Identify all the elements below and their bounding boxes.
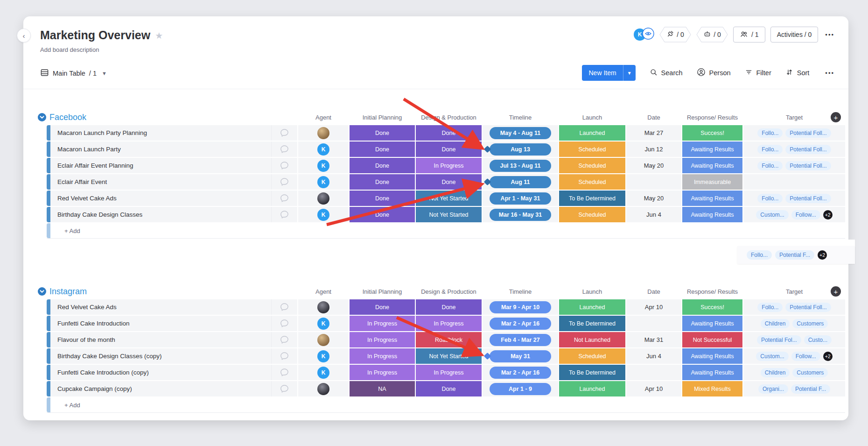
group-collapse-caret-icon[interactable]	[38, 113, 46, 121]
launch-status[interactable]: Scheduled	[559, 158, 625, 173]
automations-badge[interactable]: / 0	[696, 27, 728, 42]
response-results-status[interactable]: Awaiting Results	[682, 207, 742, 222]
new-item-chevron-icon[interactable]: ▼	[623, 65, 636, 81]
target-cell[interactable]: Follo...Potential Foll...	[743, 158, 845, 173]
agent-avatar[interactable]	[317, 127, 329, 139]
timeline-cell[interactable]: Aug 11	[483, 174, 558, 190]
item-name[interactable]: Flavour of the month	[57, 336, 271, 343]
target-cell[interactable]: Potential Fol...Custo...	[743, 332, 845, 347]
date-cell[interactable]: Apr 10	[626, 299, 681, 315]
agent-cell[interactable]: K	[298, 158, 349, 173]
agent-avatar[interactable]: K	[317, 350, 329, 362]
item-name[interactable]: Birthday Cake Design Classes	[57, 211, 271, 218]
date-cell[interactable]: Mar 27	[626, 125, 681, 141]
timeline-cell[interactable]: May 4 - Aug 11	[483, 125, 558, 141]
group-title[interactable]: Instagram	[49, 287, 87, 297]
column-header[interactable]: Initial Planning	[350, 110, 415, 125]
column-header[interactable]: Timeline	[483, 284, 558, 299]
item-name-cell[interactable]: Funfetti Cake Introduction	[47, 316, 297, 331]
item-name-cell[interactable]: Funfetti Cake Introduction (copy)	[47, 365, 297, 380]
launch-status[interactable]: Launched	[559, 381, 625, 396]
timeline-cell[interactable]: Mar 2 - Apr 16	[483, 365, 558, 380]
timeline-cell[interactable]: Apr 1 - 9	[483, 381, 558, 396]
chat-bubble-icon[interactable]	[271, 207, 297, 222]
agent-avatar[interactable]	[317, 301, 329, 313]
initial-planning-status[interactable]: In Progress	[350, 316, 415, 331]
design-production-status[interactable]: Done	[416, 299, 482, 315]
design-production-status[interactable]: Done	[416, 174, 482, 190]
chat-bubble-icon[interactable]	[271, 158, 297, 173]
design-production-status[interactable]: Roadblock	[416, 332, 482, 347]
response-results-status[interactable]: Immeasurable	[682, 174, 742, 190]
column-header[interactable]: Agent	[298, 110, 349, 125]
design-production-status[interactable]: Done	[416, 381, 482, 396]
item-name-cell[interactable]: Eclair Affair Event	[47, 174, 297, 190]
agent-avatar[interactable]	[317, 383, 329, 395]
launch-status[interactable]: Not Launched	[559, 332, 625, 347]
target-cell[interactable]: ChildrenCustomers	[743, 365, 845, 380]
column-header[interactable]: Launch	[559, 110, 625, 125]
response-results-status[interactable]: Mixed Results	[682, 381, 742, 396]
group-title[interactable]: Facebook	[49, 113, 86, 122]
board-description[interactable]: Add board description	[40, 46, 834, 53]
launch-status[interactable]: Scheduled	[559, 174, 625, 190]
item-name-cell[interactable]: Flavour of the month	[47, 332, 297, 347]
chat-bubble-icon[interactable]	[271, 381, 297, 396]
design-production-status[interactable]: Not Yet Started	[416, 348, 482, 364]
group-collapse-caret-icon[interactable]	[38, 287, 46, 296]
item-name[interactable]: Red Velvet Cake Ads	[57, 304, 271, 311]
column-header[interactable]: Response/ Results	[682, 284, 742, 299]
timeline-cell[interactable]: Mar 16 - May 31	[483, 207, 558, 222]
initial-planning-status[interactable]: Done	[350, 125, 415, 141]
column-header[interactable]: Design & Production	[416, 110, 482, 125]
item-name[interactable]: Funfetti Cake Introduction	[57, 320, 271, 327]
date-cell[interactable]: Mar 31	[626, 332, 681, 347]
timeline-cell[interactable]: Mar 2 - Apr 16	[483, 316, 558, 331]
agent-cell[interactable]	[298, 299, 349, 315]
item-name[interactable]: Macaron Launch Party Planning	[57, 129, 271, 136]
board-title[interactable]: Marketing Overview	[40, 28, 150, 42]
date-cell[interactable]: Jun 4	[626, 207, 681, 222]
launch-status[interactable]: Scheduled	[559, 207, 625, 222]
column-header[interactable]: Launch	[559, 284, 625, 299]
timeline-cell[interactable]: Apr 1 - May 31	[483, 191, 558, 206]
initial-planning-status[interactable]: Done	[350, 207, 415, 222]
sort-button[interactable]: Sort	[785, 68, 810, 78]
chat-bubble-icon[interactable]	[271, 332, 297, 347]
add-item-row[interactable]: + Add	[47, 397, 845, 413]
agent-avatar[interactable]	[317, 334, 329, 346]
response-results-status[interactable]: Awaiting Results	[682, 191, 742, 206]
date-cell[interactable]: Jun 12	[626, 142, 681, 157]
launch-status[interactable]: To Be Determined	[559, 191, 625, 206]
target-cell[interactable]: Custom...Follow...+2	[743, 348, 845, 364]
agent-cell[interactable]	[298, 125, 349, 141]
target-cell[interactable]: Follo...Potential Foll...	[743, 191, 845, 206]
timeline-pill[interactable]: Apr 1 - 9	[490, 383, 551, 395]
launch-status[interactable]: Scheduled	[559, 348, 625, 364]
design-production-status[interactable]: Not Yet Started	[416, 191, 482, 206]
item-name-cell[interactable]: Macaron Launch Party	[47, 142, 297, 157]
target-cell[interactable]	[743, 174, 845, 190]
response-results-status[interactable]: Awaiting Results	[682, 158, 742, 173]
add-column-button[interactable]: +	[831, 112, 841, 122]
search-button[interactable]: Search	[650, 68, 683, 78]
agent-avatar[interactable]	[317, 192, 329, 205]
chat-bubble-icon[interactable]	[271, 174, 297, 190]
column-header[interactable]: Date	[626, 110, 681, 125]
date-cell[interactable]	[626, 316, 681, 331]
agent-cell[interactable]: K	[298, 142, 349, 157]
item-name-cell[interactable]: Birthday Cake Design Classes	[47, 207, 297, 222]
design-production-status[interactable]: In Progress	[416, 316, 482, 331]
item-name[interactable]: Red Velvet Cake Ads	[57, 195, 271, 202]
design-production-status[interactable]: Done	[416, 125, 482, 141]
subscribers-button[interactable]: / 1	[733, 27, 765, 42]
initial-planning-status[interactable]: Done	[350, 299, 415, 315]
date-cell[interactable]: May 20	[626, 158, 681, 173]
timeline-pill[interactable]: Aug 13	[490, 143, 551, 156]
timeline-pill[interactable]: Apr 1 - May 31	[490, 192, 551, 205]
scroll-fragment-target-cell[interactable]: Follo... Potential F... +2	[737, 240, 855, 264]
timeline-pill[interactable]: Mar 9 - Apr 10	[490, 301, 551, 313]
column-header[interactable]: Initial Planning	[350, 284, 415, 299]
filter-button[interactable]: Filter	[745, 68, 771, 78]
timeline-pill[interactable]: May 4 - Aug 11	[490, 127, 551, 139]
